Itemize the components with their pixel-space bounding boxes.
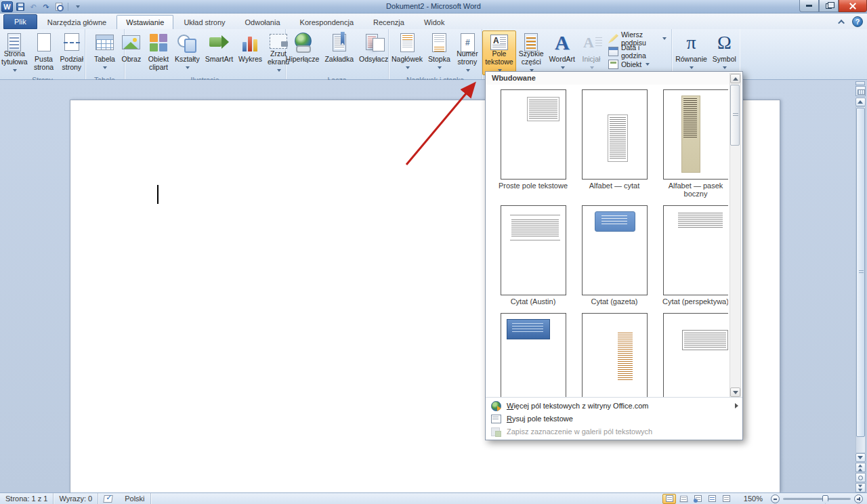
scrollbar-thumb[interactable] [856, 108, 865, 437]
close-button[interactable] [839, 0, 867, 12]
dropdown-arrow-icon [277, 69, 281, 72]
gallery-item-ekspozycja-cytat[interactable]: Ekspozycja — cytat [655, 311, 728, 400]
language-status[interactable]: Polski [119, 493, 150, 504]
menu-item-wiecej-pol-tekstowych[interactable]: Więcej pól tekstowych z witryny Office.c… [486, 399, 742, 412]
menu-item-zapisz-zaznaczenie: Zapisz zaznaczenie w galerii pól tekstow… [486, 425, 742, 438]
outline-view-button[interactable] [705, 494, 719, 504]
tab-plik[interactable]: Plik [3, 14, 37, 29]
zakladka-button[interactable]: Zakładka [322, 30, 356, 75]
shapes-icon [176, 32, 198, 54]
symbol-omega-icon: Ω [713, 32, 735, 54]
dropdown-arrow-icon [186, 66, 190, 69]
minimize-button[interactable] [799, 0, 819, 12]
rownanie-button[interactable]: π Równanie [673, 30, 710, 75]
wykres-button[interactable]: Wykres [236, 30, 265, 75]
tabela-button[interactable]: Tabela [91, 30, 119, 75]
tab-korespondencja[interactable]: Korespondencja [291, 15, 364, 29]
zoom-in-button[interactable] [854, 495, 863, 503]
help-icon: ? [855, 18, 860, 26]
gallery-item-cytat-siatka[interactable]: Cytat (siatka) [492, 311, 574, 400]
page-count-status[interactable]: Strona: 1 z 1 [0, 493, 54, 504]
window-controls [799, 0, 867, 12]
restore-button[interactable] [819, 0, 839, 12]
wordart-button[interactable]: A WordArt [547, 30, 578, 75]
stopka-button[interactable]: Stopka [425, 30, 453, 75]
gallery-item-cytat-austin[interactable]: Cytat (Austin) [492, 203, 574, 308]
browse-object-icon [858, 476, 863, 480]
gallery-item-alfabet-cytat[interactable]: Alfabet — cytat [574, 87, 655, 200]
scrollbar-track[interactable] [855, 106, 866, 453]
fullscreen-reading-view-button[interactable] [677, 494, 690, 504]
odsylacz-button[interactable]: Odsyłacz [356, 30, 391, 75]
wiersz-podpisu-button[interactable]: Wiersz podpisu [606, 33, 669, 44]
word-count-status[interactable]: Wyrazy: 0 [54, 493, 98, 504]
quick-parts-icon [520, 32, 542, 48]
draft-view-button[interactable] [719, 494, 733, 504]
minimize-ribbon-button[interactable] [836, 17, 848, 27]
obiekt-button[interactable]: Obiekt [606, 59, 669, 70]
tab-narzedzia-glowne[interactable]: Narzędzia główne [38, 15, 116, 29]
gallery-item-dekoracyjny-cytat[interactable]: Dekoracyjny — cytat [574, 311, 655, 400]
obraz-button[interactable]: Obraz [118, 30, 145, 75]
tab-uklad-strony[interactable]: Układ strony [174, 15, 234, 29]
numer-strony-button[interactable]: # Numer strony [453, 30, 482, 75]
next-page-button[interactable] [855, 483, 866, 492]
select-browse-object-button[interactable] [855, 473, 866, 482]
zoom-slider-thumb[interactable] [822, 495, 828, 504]
zoom-level[interactable]: 150% [740, 495, 763, 503]
symbol-button[interactable]: Ω Symbol [710, 30, 739, 75]
tab-wstawianie[interactable]: Wstawianie [117, 15, 173, 29]
pole-tekstowe-button[interactable]: A Pole tekstowe [482, 30, 516, 75]
naglowek-button[interactable]: Nagłówek [389, 30, 425, 75]
split-handle[interactable] [855, 81, 865, 85]
print-layout-view-button[interactable] [662, 494, 676, 504]
gallery-item-cytat-perspektywa[interactable]: Cytat (perspektywa) [655, 203, 728, 308]
text-box-thumbnail [501, 313, 566, 400]
gallery-item-cytat-gazeta[interactable]: Cytat (gazeta) [574, 203, 655, 308]
double-up-icon [858, 464, 862, 467]
strona-tytulowa-button[interactable]: Strona tytułowa [0, 30, 30, 75]
smartart-icon [208, 32, 230, 54]
scroll-up-button[interactable] [855, 98, 866, 106]
page-number-icon: # [457, 32, 478, 48]
help-button[interactable]: ? [852, 16, 863, 27]
gallery-item-alfabet-pasek-boczny[interactable]: Alfabet — pasek boczny [655, 87, 728, 200]
zoom-out-button[interactable] [771, 495, 780, 503]
office-com-globe-icon [490, 400, 501, 411]
triangle-down-icon [858, 456, 863, 459]
obiekt-clipart-button[interactable]: Obiekt clipart [145, 30, 172, 75]
zoom-slider-track[interactable] [783, 498, 851, 500]
menu-item-rysuj-pole-tekstowe[interactable]: Rysuj pole tekstowe [486, 412, 742, 425]
tab-recenzja[interactable]: Recenzja [364, 15, 414, 29]
dropdown-arrow-icon [723, 66, 727, 69]
fullscreen-reading-icon [679, 496, 688, 502]
restore-icon [826, 3, 832, 9]
ruler-toggle-button[interactable] [855, 86, 866, 96]
group-lacza: Hiperłącze Zakładka Odsyłacz Łącza [286, 29, 389, 79]
smartart-button[interactable]: SmartArt [203, 30, 236, 75]
ksztalty-button[interactable]: Kształty [172, 30, 203, 75]
blank-page-icon [33, 32, 55, 54]
previous-page-button[interactable] [855, 463, 866, 472]
gallery-header: Wbudowane [486, 72, 742, 85]
gallery-scrollbar-thumb[interactable] [730, 85, 740, 146]
tab-odwolania[interactable]: Odwołania [236, 15, 290, 29]
data-i-godzina-button[interactable]: Data i godzina [606, 46, 669, 57]
double-down-icon [858, 484, 862, 487]
pusta-strona-button[interactable]: Pusta strona [30, 30, 58, 75]
scroll-down-button[interactable] [855, 453, 866, 462]
spellcheck-status[interactable]: ✓ [98, 493, 119, 504]
draw-text-box-icon [490, 413, 501, 424]
text-box-thumbnail [582, 313, 648, 400]
inicjal-button[interactable]: A Inicjał [578, 30, 605, 75]
gallery-scroll-up-button[interactable] [730, 74, 740, 83]
gallery-scrollbar-track[interactable] [730, 83, 740, 387]
tab-widok[interactable]: Widok [415, 15, 454, 29]
gallery-item-proste-pole-tekstowe[interactable]: Proste pole tekstowe [492, 87, 574, 200]
gallery-scroll-down-button[interactable] [730, 387, 740, 397]
szybkie-czesci-button[interactable]: Szybkie części [516, 30, 547, 75]
hiperlacze-button[interactable]: Hiperłącze [283, 30, 322, 75]
web-layout-view-button[interactable] [691, 494, 704, 504]
podzial-strony-button[interactable]: Podział strony [58, 30, 86, 75]
minimize-icon [806, 5, 812, 7]
